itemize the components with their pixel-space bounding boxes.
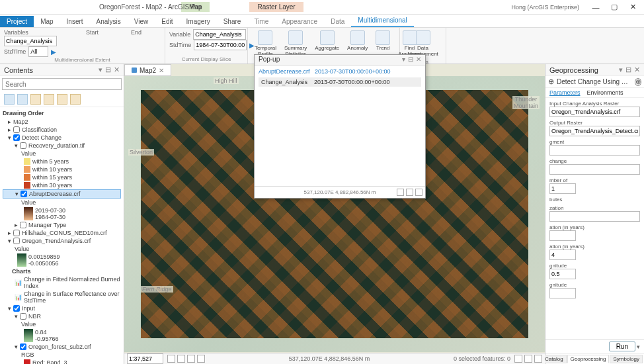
list-by-snapping-icon[interactable] xyxy=(57,94,67,105)
toc-chart2: 📊Change in Surface Reflectance over StdT… xyxy=(3,290,121,304)
popup-window[interactable]: Pop-up ▾⊟✕ AbruptDecrease.crf 2013-07-30… xyxy=(254,54,426,199)
toc-abrupt-selected: ▾AbruptDecrease.crf xyxy=(3,189,121,199)
table-icon xyxy=(288,30,303,45)
play-icon[interactable]: ▶ xyxy=(51,48,56,56)
stack-icon xyxy=(320,30,335,45)
toc-nbr: ▾NBR xyxy=(3,312,121,320)
label-stdtime2: StdTime xyxy=(169,42,191,48)
gp-input-raster[interactable] xyxy=(549,107,640,117)
input-stdtime[interactable] xyxy=(28,46,48,57)
run-button[interactable]: Run xyxy=(609,341,635,351)
gp-tab-environments[interactable]: Environments xyxy=(587,89,624,96)
popup-layer-link[interactable]: AbruptDecrease.crf xyxy=(259,68,310,75)
popup-dropdown-icon[interactable]: ▾ xyxy=(402,56,405,64)
label-thunder: Thunder Mountain xyxy=(512,96,540,109)
chart-icon: 📊 xyxy=(15,294,22,300)
contents-pane: Contents ▾⊟✕ Drawing Order ▸Map2 ▸Classi… xyxy=(0,64,124,364)
dropdown-icon[interactable]: ▾ xyxy=(619,66,623,74)
popup-dock-icon[interactable]: ⊟ xyxy=(408,56,413,64)
help-icon[interactable]: ⊕ xyxy=(635,78,641,86)
tab-project[interactable]: Project xyxy=(0,16,34,27)
gp-nbands[interactable] xyxy=(549,183,576,194)
coords-readout: 537,120.07E 4,882,846.56N m xyxy=(209,355,450,362)
tab-imagery[interactable]: Imagery xyxy=(180,16,217,27)
sb-icon[interactable] xyxy=(197,355,205,363)
pin-icon[interactable]: ⊟ xyxy=(625,66,631,74)
scale-input[interactable] xyxy=(127,353,163,364)
popup-time: 2013-07-30T00:00:00+00:00 xyxy=(315,68,390,75)
toc-input: ▾Input xyxy=(3,304,121,312)
label-start: Start xyxy=(86,29,99,36)
database-icon xyxy=(416,30,430,45)
group-cds: Current Display Slice xyxy=(169,56,243,62)
sb-icon[interactable] xyxy=(167,355,175,363)
pause-icon[interactable] xyxy=(524,355,532,363)
input-variable2[interactable] xyxy=(193,29,246,40)
list-by-labeling-icon[interactable] xyxy=(70,94,81,105)
label-stdtime: StdTime xyxy=(4,48,26,55)
list-by-drawing-icon[interactable] xyxy=(4,94,15,105)
gp-tab-parameters[interactable]: Parameters xyxy=(549,89,581,96)
input-variable[interactable] xyxy=(4,36,57,46)
popup-tool-icon[interactable] xyxy=(406,189,413,196)
map-tab[interactable]: Map2✕ xyxy=(124,64,171,76)
popup-tool-icon[interactable] xyxy=(415,189,423,196)
gp-mag1[interactable] xyxy=(549,269,576,279)
tab-appearance[interactable]: Appearance xyxy=(275,16,324,27)
list-by-source-icon[interactable] xyxy=(17,94,28,105)
tab-insert[interactable]: Insert xyxy=(60,16,90,27)
window-title: OregonForest - Map2 - ArcGIS Pro xyxy=(0,3,644,11)
tab-data[interactable]: Data xyxy=(324,16,351,27)
toc-body[interactable]: Drawing Order ▸Map2 ▸Classification ▾Det… xyxy=(0,107,124,364)
input-stdtime2[interactable] xyxy=(194,40,247,50)
tab-edit[interactable]: Edit xyxy=(155,16,179,27)
gp-header: Geoprocessing ▾⊟✕ xyxy=(545,64,644,76)
tab-time[interactable]: Time xyxy=(247,16,275,27)
tab-multidimensional[interactable]: Multidimensional xyxy=(351,15,413,27)
refresh-icon[interactable] xyxy=(534,355,542,363)
tab-catalog[interactable]: Catalog xyxy=(542,355,567,363)
gp-segment[interactable] xyxy=(549,145,640,156)
btn-trend[interactable]: Trend xyxy=(373,29,393,53)
sb-icon[interactable] xyxy=(177,355,185,363)
popup-close-icon[interactable]: ✕ xyxy=(416,56,421,64)
sb-icon[interactable] xyxy=(514,355,522,363)
chart-icon: 📊 xyxy=(15,279,22,286)
tab-symbology[interactable]: Symbology xyxy=(610,355,643,363)
run-dropdown-icon[interactable]: ▾ xyxy=(637,343,640,350)
btn-aggregate[interactable]: Aggregate xyxy=(312,29,342,53)
tab-map[interactable]: Map xyxy=(34,16,60,27)
sb-icon[interactable] xyxy=(187,355,195,363)
contents-header: Contents ▾⊟✕ xyxy=(0,64,124,76)
gp-dur2[interactable] xyxy=(549,250,576,260)
gp-dur1[interactable] xyxy=(549,230,576,241)
tab-analysis[interactable]: Analysis xyxy=(90,16,128,27)
tab-view[interactable]: View xyxy=(128,16,155,27)
gp-change[interactable] xyxy=(549,164,640,175)
toc-classification: ▸Classification xyxy=(3,126,121,134)
pin-icon[interactable]: ⊟ xyxy=(105,66,111,74)
toc-recovery: ▾Recovery_duration.tif xyxy=(3,142,121,150)
toc-detect-change: ▾Detect Change xyxy=(3,134,121,142)
close-pane-icon[interactable]: ✕ xyxy=(634,66,640,74)
label-silverton: Silverton xyxy=(128,149,154,156)
gp-output-raster[interactable] xyxy=(549,126,640,136)
gp-zation[interactable] xyxy=(549,211,640,222)
selection-readout: 0 selected features: 0 xyxy=(454,355,510,362)
close-tab-icon[interactable]: ✕ xyxy=(159,67,164,74)
dropdown-icon[interactable]: ▾ xyxy=(99,66,102,74)
tab-geoprocessing[interactable]: Geoprocessing xyxy=(567,355,610,363)
list-by-editing-icon[interactable] xyxy=(44,94,54,105)
tab-share[interactable]: Share xyxy=(217,16,248,27)
close-pane-icon[interactable]: ✕ xyxy=(114,66,120,74)
btn-anomaly[interactable]: Anomaly xyxy=(344,29,370,53)
contents-search[interactable] xyxy=(2,78,122,90)
geoprocessing-pane: Geoprocessing ▾⊟✕ ⊕ Detect Change Using … xyxy=(545,64,644,364)
toc-oregon-trend: ▾Oregon_TrendAnalysis.crf xyxy=(3,237,121,245)
popup-tool-icon[interactable] xyxy=(397,189,404,196)
back-icon[interactable]: ⊕ xyxy=(548,77,554,86)
ribbon-tabs: Project Map Insert Analysis View Edit Im… xyxy=(0,15,644,28)
gp-mag2[interactable] xyxy=(549,288,576,298)
popup-titlebar[interactable]: Pop-up ▾⊟✕ xyxy=(255,55,425,66)
list-by-selection-icon[interactable] xyxy=(30,94,41,105)
